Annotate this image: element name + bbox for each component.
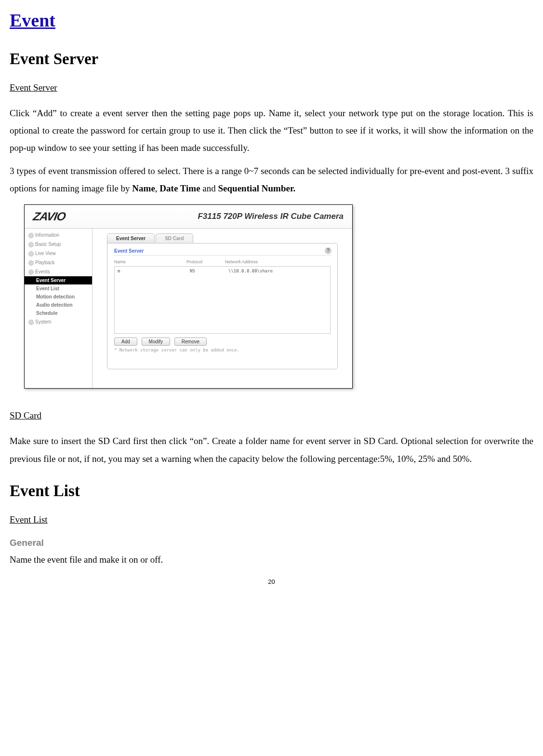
server-list[interactable]: m NS \\10.0.0.88\share bbox=[114, 266, 331, 334]
page-number: 20 bbox=[10, 578, 533, 585]
sidebar-item-information[interactable]: Information bbox=[25, 230, 92, 240]
tab-bar: Event Server SD Card bbox=[107, 233, 338, 243]
sidebar: Information Basic Setup Live View Playba… bbox=[25, 229, 93, 389]
modify-button[interactable]: Modify bbox=[142, 338, 170, 346]
panel-title: Event Server bbox=[114, 248, 331, 256]
remove-button[interactable]: Remove bbox=[174, 338, 207, 346]
screenshot-body: Information Basic Setup Live View Playba… bbox=[25, 229, 352, 389]
sidebar-item-playback[interactable]: Playback bbox=[25, 258, 92, 267]
col-protocol: Protocol bbox=[186, 259, 225, 264]
paragraph-2: 3 types of event transmission offered to… bbox=[10, 162, 533, 197]
panel: ? Event Server Name Protocol Network Add… bbox=[107, 243, 338, 369]
add-button[interactable]: Add bbox=[114, 338, 137, 346]
cell-name: m bbox=[118, 269, 190, 273]
heading-event-list: Event List bbox=[10, 482, 533, 500]
sidebar-item-events[interactable]: Events bbox=[25, 267, 92, 276]
footnote: * Network storage server can only be add… bbox=[114, 348, 331, 352]
sidebar-subitem-event-server[interactable]: Event Server bbox=[25, 276, 92, 284]
logo: ZAVIO bbox=[32, 210, 66, 223]
sidebar-subitem-schedule[interactable]: Schedule bbox=[25, 309, 92, 317]
cell-address: \\10.0.0.88\share bbox=[228, 269, 327, 273]
embedded-screenshot: ZAVIO F3115 720P Wireless IR Cube Camera… bbox=[24, 204, 353, 389]
col-address: Network Address bbox=[225, 259, 331, 264]
sidebar-item-live-view[interactable]: Live View bbox=[25, 249, 92, 258]
sidebar-subitem-motion[interactable]: Motion detection bbox=[25, 293, 92, 301]
heading-general: General bbox=[10, 538, 533, 548]
bold-datetime: Date Time bbox=[159, 183, 200, 193]
paragraph-1: Click “Add” to create a event server the… bbox=[10, 105, 533, 157]
text: and bbox=[200, 183, 218, 193]
sidebar-item-basic-setup[interactable]: Basic Setup bbox=[25, 240, 92, 249]
tab-event-server[interactable]: Event Server bbox=[107, 233, 155, 243]
button-row: Add Modify Remove bbox=[114, 338, 331, 346]
product-label: F3115 720P Wireless IR Cube Camera bbox=[198, 212, 344, 221]
subheading-event-list: Event List bbox=[10, 514, 48, 525]
bold-name: Name bbox=[132, 183, 155, 193]
sidebar-subitem-audio[interactable]: Audio detection bbox=[25, 301, 92, 309]
paragraph-general: Name the event file and make it on or of… bbox=[10, 551, 533, 568]
content-area: Event Server SD Card ? Event Server Name… bbox=[93, 229, 352, 389]
sidebar-item-system[interactable]: System bbox=[25, 317, 92, 326]
cell-protocol: NS bbox=[190, 269, 228, 273]
page-title: Event bbox=[10, 10, 533, 31]
paragraph-sdcard: Make sure to insert the SD Card first th… bbox=[10, 432, 533, 467]
column-headers: Name Protocol Network Address bbox=[114, 257, 331, 266]
subheading-event-server: Event Server bbox=[10, 82, 57, 93]
tab-sd-card[interactable]: SD Card bbox=[156, 233, 193, 243]
screenshot-header: ZAVIO F3115 720P Wireless IR Cube Camera bbox=[25, 205, 352, 229]
subheading-sd-card: SD Card bbox=[10, 410, 41, 421]
table-row[interactable]: m NS \\10.0.0.88\share bbox=[115, 269, 330, 273]
text: , bbox=[155, 183, 160, 193]
sidebar-subitem-event-list[interactable]: Event List bbox=[25, 284, 92, 293]
heading-event-server: Event Server bbox=[10, 50, 533, 68]
col-name: Name bbox=[114, 259, 186, 264]
bold-seqnum: Sequential Number. bbox=[218, 183, 296, 193]
